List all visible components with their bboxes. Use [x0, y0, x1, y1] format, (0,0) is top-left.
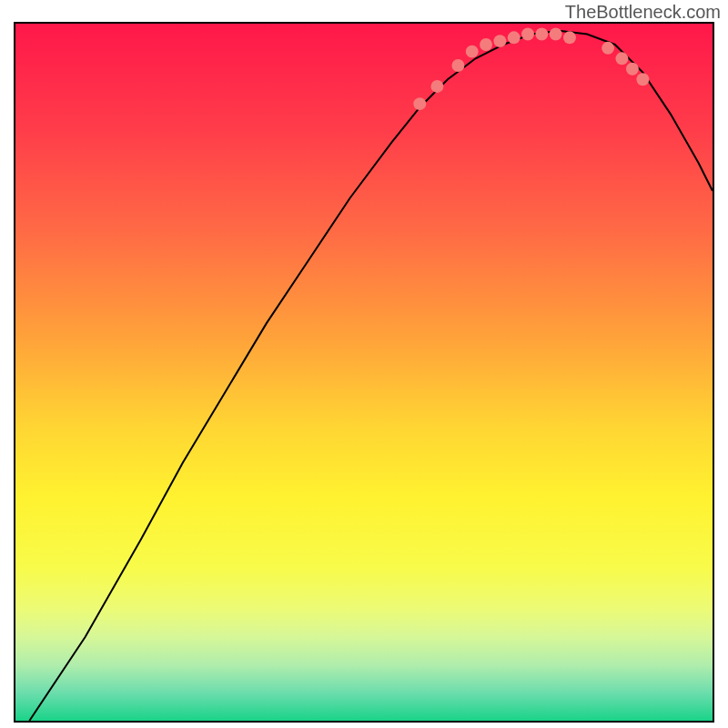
data-dot	[550, 28, 562, 41]
data-dot	[466, 46, 479, 58]
data-dots-layer	[15, 24, 713, 721]
data-dot	[602, 42, 614, 55]
data-dot	[615, 52, 628, 65]
data-dot	[451, 59, 464, 72]
data-dot	[493, 35, 506, 47]
data-dot	[521, 28, 534, 41]
data-dot	[413, 97, 426, 110]
chart-plot-area	[14, 22, 714, 723]
data-dot	[430, 80, 443, 93]
data-dot	[480, 38, 492, 51]
data-dot	[508, 31, 521, 44]
data-dot	[535, 28, 548, 41]
data-dot	[626, 63, 639, 76]
watermark-text: TheBottleneck.com	[565, 2, 721, 23]
data-dot	[636, 73, 649, 86]
data-dot	[563, 31, 576, 44]
